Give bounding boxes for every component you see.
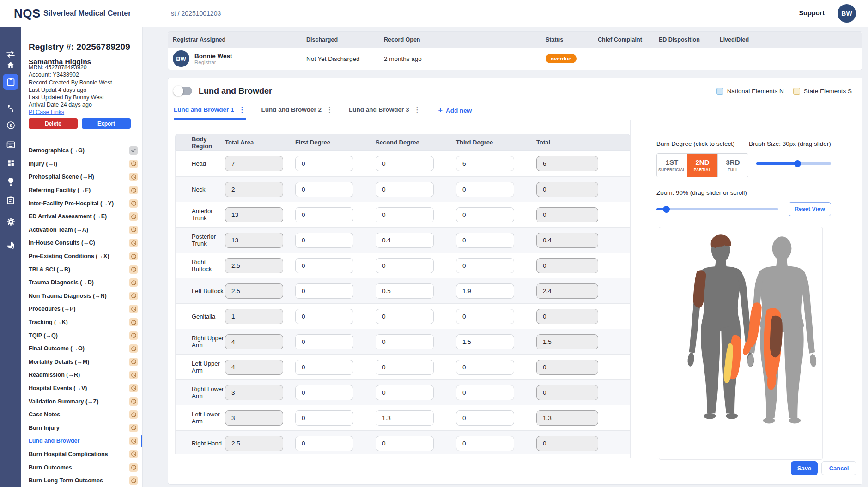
sidebar-nav-item[interactable]: Procedures (→P) bbox=[21, 302, 142, 316]
total-input[interactable] bbox=[536, 233, 598, 248]
second-degree-input[interactable] bbox=[376, 156, 434, 171]
first-degree-input[interactable] bbox=[295, 182, 353, 197]
total-input[interactable] bbox=[536, 283, 598, 299]
sidebar-nav-item[interactable]: TQIP (→Q) bbox=[21, 329, 142, 342]
assessment-tab[interactable]: Lund and Browder 1⋮ bbox=[174, 101, 246, 120]
first-degree-input[interactable] bbox=[295, 360, 353, 375]
first-degree-input[interactable] bbox=[295, 258, 353, 273]
zoom-slider[interactable] bbox=[656, 206, 778, 212]
total-input[interactable] bbox=[536, 436, 598, 451]
sidebar-nav-item[interactable]: Demographics (→G) bbox=[21, 144, 142, 157]
total-area-input[interactable] bbox=[225, 207, 283, 222]
sidebar-nav-item[interactable]: ED Arrival Assessment (→E) bbox=[21, 210, 142, 223]
second-degree-input[interactable] bbox=[376, 309, 434, 324]
total-area-input[interactable] bbox=[225, 283, 283, 299]
third-degree-input[interactable] bbox=[456, 360, 514, 375]
second-degree-input[interactable] bbox=[376, 360, 434, 375]
kebab-menu-icon[interactable]: ⋮ bbox=[326, 106, 333, 114]
total-area-input[interactable] bbox=[225, 258, 283, 273]
user-avatar[interactable]: BW bbox=[838, 4, 856, 23]
sidebar-nav-item[interactable]: Inter-Facility Pre-Hospital (→Y) bbox=[21, 197, 142, 210]
sidebar-nav-item[interactable]: Burn Outcomes bbox=[21, 461, 142, 474]
body-diagram-canvas[interactable] bbox=[659, 227, 822, 459]
second-degree-input[interactable] bbox=[376, 334, 434, 349]
sidebar-nav-item[interactable]: TBI & SCI (→B) bbox=[21, 263, 142, 276]
total-area-input[interactable] bbox=[225, 156, 283, 171]
third-degree-input[interactable] bbox=[456, 334, 514, 349]
zoom-slider-track[interactable] bbox=[656, 208, 778, 210]
total-area-input[interactable] bbox=[225, 309, 283, 324]
first-degree-input[interactable] bbox=[295, 309, 353, 324]
reset-view-button[interactable]: Reset View bbox=[789, 202, 831, 216]
sidebar-nav-item[interactable]: Burn Hospital Complications bbox=[21, 448, 142, 461]
total-area-input[interactable] bbox=[225, 410, 283, 426]
national-elements-checkbox[interactable] bbox=[716, 88, 723, 95]
total-area-input[interactable] bbox=[225, 385, 283, 400]
sidebar-nav-item[interactable]: Hospital Events (→V) bbox=[21, 382, 142, 395]
kebab-menu-icon[interactable]: ⋮ bbox=[239, 106, 246, 114]
reports-pie-icon[interactable] bbox=[3, 237, 18, 253]
dashboard-icon[interactable] bbox=[3, 155, 18, 171]
breadcrumb[interactable]: st / 20251001203 bbox=[171, 10, 221, 17]
second-degree-input[interactable] bbox=[376, 258, 434, 273]
burn-degree-option[interactable]: 2NDPARTIAL bbox=[687, 154, 717, 177]
add-new-tab-button[interactable]: +Add new bbox=[438, 101, 472, 120]
sidebar-nav-item[interactable]: Mortality Details (→M) bbox=[21, 355, 142, 369]
export-button[interactable]: Export bbox=[82, 118, 131, 129]
total-input[interactable] bbox=[536, 410, 598, 426]
total-area-input[interactable] bbox=[225, 182, 283, 197]
first-degree-input[interactable] bbox=[295, 283, 353, 299]
tasks-clipboard-icon[interactable] bbox=[3, 192, 18, 208]
pi-case-links[interactable]: PI Case Links bbox=[29, 109, 64, 115]
insights-bulb-icon[interactable] bbox=[3, 174, 18, 189]
route-icon[interactable] bbox=[3, 101, 18, 116]
total-input[interactable] bbox=[536, 156, 598, 171]
state-elements-checkbox[interactable] bbox=[793, 88, 800, 95]
total-area-input[interactable] bbox=[225, 360, 283, 375]
sidebar-nav-item[interactable]: Tracking (→K) bbox=[21, 316, 142, 329]
second-degree-input[interactable] bbox=[376, 207, 434, 222]
first-degree-input[interactable] bbox=[295, 156, 353, 171]
second-degree-input[interactable] bbox=[376, 283, 434, 299]
sidebar-nav-item[interactable]: Non Trauma Diagnosis (→N) bbox=[21, 289, 142, 303]
total-input[interactable] bbox=[536, 258, 598, 273]
kebab-menu-icon[interactable]: ⋮ bbox=[414, 106, 421, 114]
total-input[interactable] bbox=[536, 360, 598, 375]
home-icon[interactable] bbox=[3, 57, 18, 73]
sidebar-nav-item[interactable]: Readmission (→R) bbox=[21, 368, 142, 382]
sidebar-nav-item[interactable]: Burn Long Term Outcomes bbox=[21, 474, 142, 487]
third-degree-input[interactable] bbox=[456, 258, 514, 273]
first-degree-input[interactable] bbox=[295, 410, 353, 426]
third-degree-input[interactable] bbox=[456, 309, 514, 324]
settings-gear-icon[interactable] bbox=[3, 214, 18, 229]
total-input[interactable] bbox=[536, 309, 598, 324]
sidebar-nav-item[interactable]: Activation Team (→A) bbox=[21, 223, 142, 237]
save-button[interactable]: Save bbox=[791, 461, 818, 475]
total-area-input[interactable] bbox=[225, 436, 283, 451]
total-area-input[interactable] bbox=[225, 233, 283, 248]
sidebar-nav-item[interactable]: Case Notes bbox=[21, 408, 142, 421]
section-toggle[interactable] bbox=[174, 87, 192, 95]
brush-size-slider[interactable] bbox=[756, 160, 831, 167]
total-input[interactable] bbox=[536, 207, 598, 222]
third-degree-input[interactable] bbox=[456, 233, 514, 248]
assessment-tab[interactable]: Lund and Browder 2⋮ bbox=[261, 101, 334, 120]
sidebar-nav-item[interactable]: Burn Injury bbox=[21, 421, 142, 434]
sidebar-nav-item[interactable]: Injury (→I) bbox=[21, 157, 142, 171]
assessment-tab[interactable]: Lund and Browder 3⋮ bbox=[349, 101, 421, 120]
second-degree-input[interactable] bbox=[376, 233, 434, 248]
schedule-icon[interactable] bbox=[3, 137, 18, 152]
third-degree-input[interactable] bbox=[456, 156, 514, 171]
third-degree-input[interactable] bbox=[456, 182, 514, 197]
first-degree-input[interactable] bbox=[295, 334, 353, 349]
third-degree-input[interactable] bbox=[456, 385, 514, 400]
billing-dollar-icon[interactable]: $ bbox=[3, 117, 18, 133]
total-input[interactable] bbox=[536, 385, 598, 400]
sidebar-nav-item[interactable]: Validation Summary (→Z) bbox=[21, 395, 142, 408]
total-area-input[interactable] bbox=[225, 334, 283, 349]
burn-degree-option[interactable]: 3RDFULL bbox=[717, 154, 748, 177]
burn-degree-option[interactable]: 1STSUPERFICIAL bbox=[657, 154, 687, 177]
second-degree-input[interactable] bbox=[376, 385, 434, 400]
total-input[interactable] bbox=[536, 334, 598, 349]
sidebar-nav-item[interactable]: Pre-Existing Conditions (→X) bbox=[21, 250, 142, 263]
